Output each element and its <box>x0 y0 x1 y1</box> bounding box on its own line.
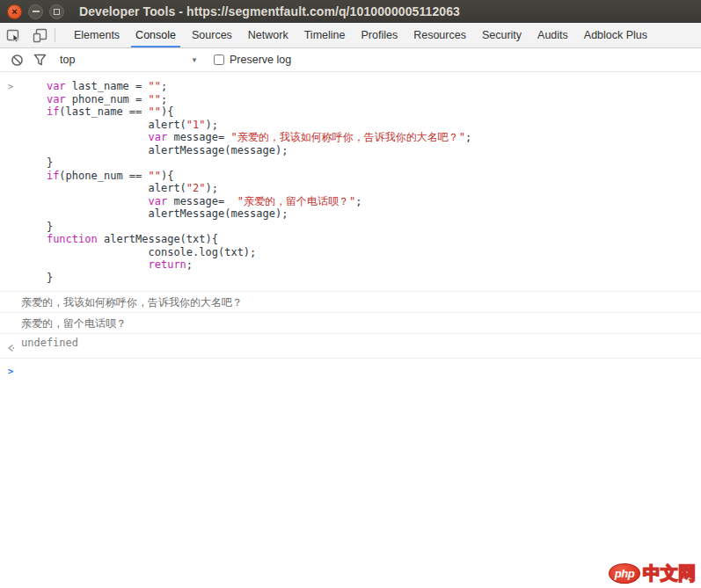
tab-sources[interactable]: Sources <box>184 23 240 47</box>
devtools-tabs: ElementsConsoleSourcesNetworkTimelinePro… <box>66 23 655 47</box>
devtools-window: × Developer Tools - https://segmentfault… <box>0 0 701 588</box>
close-button[interactable]: × <box>7 4 22 19</box>
clear-console-icon <box>11 54 24 67</box>
console-code-line: alertMessage(message); <box>21 207 471 221</box>
console-code-line: alertMessage(message); <box>21 144 471 157</box>
device-toolbar-button[interactable] <box>26 23 53 47</box>
php-cn-watermark: php 中文网 <box>609 563 696 584</box>
tab-elements[interactable]: Elements <box>66 23 128 47</box>
devtools-tabbar: ElementsConsoleSourcesNetworkTimelinePro… <box>0 23 701 48</box>
toolbar-separator <box>55 28 55 42</box>
console-code-line: console.log(txt); <box>21 246 471 259</box>
php-cn-logo-text: 中文网 <box>643 563 696 584</box>
execution-context-select[interactable]: top ▼ <box>56 52 201 68</box>
console-log-row: 亲爱的，我该如何称呼你，告诉我你的大名吧？ <box>0 292 701 313</box>
log-gutter <box>0 316 21 320</box>
console-log-row: 亲爱的，留个电话呗？ <box>0 313 701 334</box>
console-input-code: var last_name = ""; var phone_num = ""; … <box>21 76 471 284</box>
tab-audits[interactable]: Audits <box>529 23 576 47</box>
tab-profiles[interactable]: Profiles <box>353 23 405 47</box>
minimize-icon <box>33 11 40 12</box>
window-title: Developer Tools - https://segmentfault.c… <box>79 4 460 18</box>
console-log-message: 亲爱的，留个电话呗？ <box>21 316 127 330</box>
console-code-line: if(last_name == ""){ <box>21 105 471 119</box>
maximize-icon <box>54 9 60 15</box>
result-gutter <box>0 337 21 355</box>
filter-button[interactable] <box>28 50 51 69</box>
preserve-log-checkbox[interactable] <box>214 54 224 65</box>
console-code-line: alert("1"); <box>21 119 471 132</box>
minimize-button[interactable] <box>28 4 43 19</box>
preserve-log-label: Preserve log <box>230 54 291 66</box>
titlebar: × Developer Tools - https://segmentfault… <box>0 0 701 23</box>
preserve-log-control: Preserve log <box>214 54 291 66</box>
php-logo-badge: php <box>609 563 640 584</box>
tab-resources[interactable]: Resources <box>405 23 474 47</box>
device-toolbar-icon <box>33 28 47 43</box>
execution-context-label: top <box>60 54 75 66</box>
console-code-line: } <box>21 156 471 170</box>
console-code-line: var phone_num = ""; <box>21 93 471 106</box>
tab-console[interactable]: Console <box>128 23 184 47</box>
console-log-message: 亲爱的，我该如何称呼你，告诉我你的大名吧？ <box>21 295 243 309</box>
maximize-button[interactable] <box>49 4 64 19</box>
console-code-line: function alertMessage(txt){ <box>21 233 471 246</box>
clear-console-button[interactable] <box>5 50 28 69</box>
input-gutter: > <box>0 76 21 92</box>
console-code-line: var message= "亲爱的，我该如何称呼你，告诉我你的大名吧？"; <box>21 131 471 144</box>
prompt-chevron-icon: > <box>8 366 14 377</box>
tab-network[interactable]: Network <box>240 23 296 47</box>
prompt-gutter: > <box>0 361 21 377</box>
filter-icon <box>33 54 47 66</box>
console-code-line: if(phone_num == ""){ <box>21 170 471 183</box>
console-code-line: var last_name = ""; <box>21 80 471 93</box>
tab-adblock-plus[interactable]: Adblock Plus <box>576 23 655 47</box>
console-result-value: undefined <box>21 337 78 349</box>
log-gutter <box>0 295 21 299</box>
console-code-line: alert("2"); <box>21 182 471 195</box>
console-body[interactable]: > var last_name = ""; var phone_num = ""… <box>0 72 701 588</box>
console-result-row: undefined <box>0 334 701 359</box>
tab-timeline[interactable]: Timeline <box>296 23 354 47</box>
console-code-line: } <box>21 272 471 285</box>
tab-security[interactable]: Security <box>474 23 529 47</box>
inspect-cursor-icon <box>6 28 21 43</box>
console-code-line: var message= "亲爱的，留个电话呗？"; <box>21 195 471 208</box>
console-toolbar: top ▼ Preserve log <box>0 48 701 72</box>
console-code-line: return; <box>21 258 471 272</box>
return-value-arrow-icon <box>6 344 15 352</box>
console-input-entry: > var last_name = ""; var phone_num = ""… <box>0 72 701 292</box>
console-prompt-row[interactable]: > <box>0 359 701 381</box>
chevron-down-icon: ▼ <box>191 56 198 64</box>
inspect-element-button[interactable] <box>0 23 26 47</box>
console-code-line: } <box>21 221 471 234</box>
input-chevron-icon: > <box>8 81 14 92</box>
